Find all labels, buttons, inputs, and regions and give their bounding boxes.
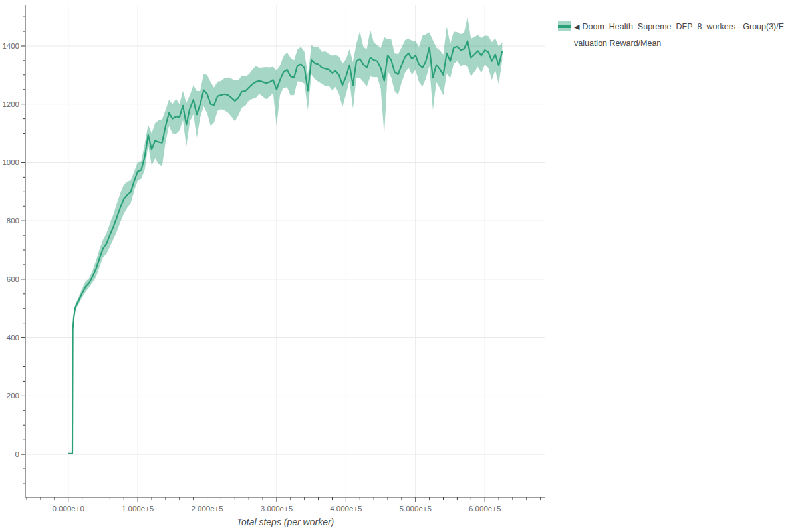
x-axis-label: Total steps (per worker) [25, 517, 545, 527]
legend-item[interactable]: ◀Doom_Health_Supreme_DFP_8_workers - Gro… [558, 19, 785, 52]
y-tick-label: 400 [7, 334, 19, 342]
y-tick-label: 800 [7, 217, 19, 225]
y-tick-label: 200 [7, 392, 19, 400]
reward-chart-figure: 0.000e+01.000e+52.000e+53.000e+54.000e+5… [0, 0, 798, 532]
y-tick-label: 0 [15, 450, 19, 458]
y-tick-label: 1000 [2, 158, 19, 166]
y-tick-label: 1200 [2, 100, 19, 108]
chart-canvas: 0.000e+01.000e+52.000e+53.000e+54.000e+5… [0, 0, 798, 532]
series-name: Doom_Health_Supreme_DFP_8_workers - Grou… [574, 22, 784, 48]
legend: ◀Doom_Health_Supreme_DFP_8_workers - Gro… [551, 13, 791, 51]
x-tick-label: 0.000e+0 [53, 505, 84, 513]
legend-label: ◀Doom_Health_Supreme_DFP_8_workers - Gro… [574, 19, 785, 52]
x-tick-label: 2.000e+5 [191, 505, 223, 513]
y-tick-label: 1400 [2, 42, 19, 50]
x-tick-label: 6.000e+5 [469, 505, 501, 513]
series-line-icon [558, 25, 571, 28]
series-swatch-icon [558, 21, 571, 31]
x-tick-label: 5.000e+5 [400, 505, 432, 513]
mean-line [68, 41, 503, 454]
std-band [68, 17, 503, 454]
x-tick-label: 3.000e+5 [261, 505, 293, 513]
series-marker-icon: ◀ [574, 23, 579, 31]
x-tick-label: 1.000e+5 [122, 505, 154, 513]
x-tick-label: 4.000e+5 [330, 505, 362, 513]
y-tick-label: 600 [7, 275, 19, 283]
